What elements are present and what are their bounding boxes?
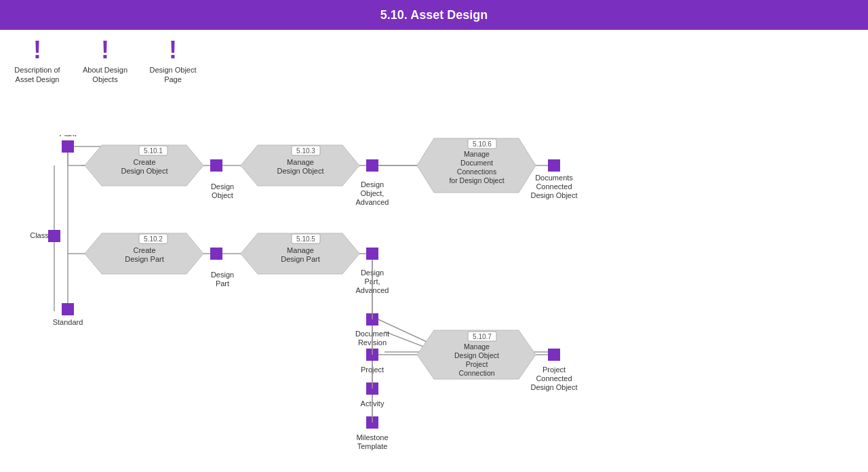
svg-text:Documents: Documents <box>535 174 573 182</box>
icons-row: ! Description of Asset Design ! About De… <box>14 38 197 85</box>
svg-rect-48 <box>548 159 560 172</box>
svg-text:Design: Design <box>361 180 384 189</box>
exclaim-icon-about: ! <box>101 38 109 62</box>
svg-text:5.10.3: 5.10.3 <box>296 147 315 155</box>
exclaim-icon-page: ! <box>169 38 177 62</box>
svg-rect-37 <box>366 159 378 172</box>
icon-item-desc: ! Description of Asset Design <box>14 38 61 85</box>
svg-text:Design Object: Design Object <box>121 167 167 175</box>
svg-text:Template: Template <box>357 442 388 450</box>
svg-text:5.10.6: 5.10.6 <box>473 140 492 148</box>
svg-rect-71 <box>366 248 378 260</box>
svg-text:Design Object: Design Object <box>277 167 323 175</box>
svg-rect-56 <box>62 303 74 315</box>
svg-text:Standard: Standard <box>53 318 83 326</box>
svg-text:Design Part: Design Part <box>281 255 319 263</box>
svg-text:Project: Project <box>466 360 488 368</box>
svg-text:Object: Object <box>212 191 233 199</box>
svg-rect-54 <box>48 230 60 242</box>
svg-text:Manage: Manage <box>464 342 490 351</box>
diagram: 5.10.1 Create Design Object Design Objec… <box>0 135 868 472</box>
svg-text:Object,: Object, <box>361 189 384 197</box>
svg-text:Design Part: Design Part <box>125 255 163 263</box>
page-title: 5.10. Asset Design <box>380 8 488 22</box>
svg-text:Design: Design <box>211 271 234 279</box>
svg-rect-29 <box>210 159 222 172</box>
svg-text:5.10.5: 5.10.5 <box>296 235 315 243</box>
exclaim-icon-desc: ! <box>33 38 41 62</box>
icon-item-about: ! About Design Objects <box>81 38 129 85</box>
svg-text:Connection: Connection <box>458 369 494 377</box>
svg-text:Advanced: Advanced <box>356 198 389 206</box>
svg-text:Connected: Connected <box>536 374 572 382</box>
header: 5.10. Asset Design <box>0 0 868 30</box>
icon-label-page: Design Object Page <box>149 65 197 85</box>
svg-rect-63 <box>210 248 222 260</box>
svg-text:Milestone: Milestone <box>356 433 388 441</box>
svg-text:Design Object: Design Object <box>530 383 577 391</box>
svg-rect-52 <box>62 140 74 153</box>
svg-text:Create: Create <box>133 158 155 166</box>
svg-text:5.10.1: 5.10.1 <box>144 147 163 155</box>
svg-text:Connections: Connections <box>457 168 496 176</box>
svg-text:5.10.2: 5.10.2 <box>144 235 163 243</box>
svg-text:Design: Design <box>211 182 234 191</box>
icon-label-desc: Description of Asset Design <box>14 65 61 85</box>
svg-text:Design Object: Design Object <box>530 191 577 199</box>
icon-item-page: ! Design Object Page <box>149 38 197 85</box>
svg-text:Plant: Plant <box>59 135 76 138</box>
svg-text:Connected: Connected <box>536 182 572 191</box>
svg-text:Manage: Manage <box>287 246 314 254</box>
svg-text:Manage: Manage <box>464 150 490 158</box>
svg-rect-99 <box>548 349 560 361</box>
svg-text:5.10.7: 5.10.7 <box>473 333 492 340</box>
svg-text:Part: Part <box>216 279 229 288</box>
svg-text:Project: Project <box>542 366 566 374</box>
svg-text:Class: Class <box>30 231 49 239</box>
icon-label-about: About Design Objects <box>81 65 129 85</box>
svg-text:Document: Document <box>460 159 493 167</box>
svg-text:Manage: Manage <box>287 158 314 166</box>
svg-text:for Design Object: for Design Object <box>449 176 504 184</box>
svg-text:Create: Create <box>133 246 155 254</box>
svg-text:Design Object: Design Object <box>454 351 499 359</box>
